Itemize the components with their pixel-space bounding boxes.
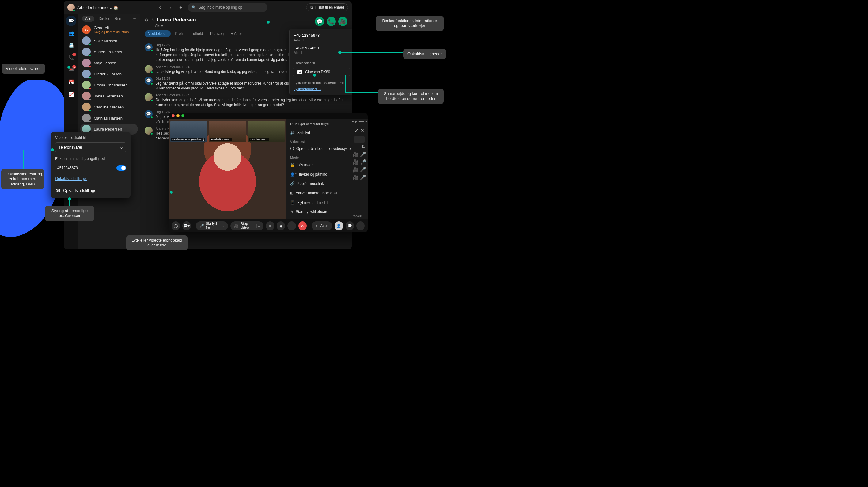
call-settings-link[interactable]: Opkaldsindstillinger <box>55 174 126 181</box>
apps-button[interactable]: ⊞ Apps <box>312 221 332 231</box>
rail-calendar-icon[interactable]: 📅 <box>66 77 76 87</box>
rail-calls-icon[interactable]: 📞1 <box>66 53 76 63</box>
tab-all[interactable]: Alle <box>82 16 94 22</box>
contact-item[interactable]: Sofie Nielsen <box>80 35 138 46</box>
contact-name: Anders Petersen <box>94 50 123 54</box>
contact-avatar <box>82 114 91 122</box>
speaker-icon: 🔊 <box>290 130 295 135</box>
message-time: 12.35 <box>161 110 170 114</box>
rail-contacts-icon[interactable]: 📇 <box>66 40 76 51</box>
work-number: +45-12345678 <box>294 33 349 38</box>
participant-thumb[interactable]: Mødelokale 24 (medvært) <box>170 121 207 142</box>
window-minimize-icon[interactable] <box>177 114 180 117</box>
cc-button[interactable]: 💬▾ <box>182 221 191 231</box>
channel-item[interactable]: G Generelt Salg og kommunikation <box>80 24 138 35</box>
rail-analytics-icon[interactable]: 📈 <box>66 89 76 100</box>
contact-item[interactable]: Maja Jensen <box>80 57 138 68</box>
monitor-icon: 🖥 <box>297 70 302 74</box>
search-input[interactable]: 🔍 Søg, hold møde og ring op <box>188 3 268 12</box>
presence-icon <box>73 9 75 12</box>
rs-search-input[interactable] <box>354 136 365 143</box>
gear-icon[interactable]: ⚙ <box>145 18 148 22</box>
audio-prefs-link[interactable]: Lydpræferencer ... <box>289 86 352 93</box>
presence-icon <box>89 98 91 101</box>
share-button[interactable]: ⬆ <box>266 221 274 231</box>
call-work-number[interactable]: +45-12345678 Arbejde <box>289 31 352 44</box>
phone-settings-icon: ☎ <box>56 188 61 193</box>
self-message-icon: 💬 <box>145 43 153 51</box>
caret-down-icon[interactable]: ⌵ <box>221 224 224 228</box>
mic-on-icon[interactable]: 🎤 <box>360 159 366 165</box>
tab-rooms[interactable]: Rum <box>115 17 122 21</box>
forward-target-select[interactable]: Telefonsvarer ⌵ <box>55 142 126 152</box>
conversation-name: Laura Pedersen <box>157 17 196 23</box>
sort-icon[interactable]: ⇅ <box>361 144 365 150</box>
message-time: 12.35 <box>161 43 170 47</box>
nav-forward-icon[interactable]: › <box>167 5 174 10</box>
presence-icon <box>89 54 91 57</box>
more-button[interactable]: ⋯ <box>287 221 296 231</box>
contact-name: Laura Pedersen <box>94 127 122 131</box>
participant-thumb[interactable]: Frederik Larsen <box>209 121 246 142</box>
video-icon[interactable]: 🎥 <box>353 151 359 157</box>
participant-thumb[interactable]: Caroline Ma… <box>248 121 285 142</box>
connect-vs-label: Opret forbindelse til et videosystem <box>296 147 353 151</box>
caret-down-icon[interactable]: ⌵ <box>256 224 260 228</box>
callout-fwdsnr: Opkaldsviderestilling, enkelt nummer-adg… <box>1 169 44 189</box>
contact-item[interactable]: Emma Christensen <box>80 80 138 90</box>
popout-icon[interactable]: ⤢ <box>354 127 359 133</box>
close-icon[interactable]: ✕ <box>360 127 364 133</box>
channel-name: Generelt <box>94 26 129 30</box>
mute-button[interactable]: 🎤 Slå lyd fra ⌵ <box>196 221 228 231</box>
leave-button[interactable]: ✕ <box>299 221 307 231</box>
contact-item[interactable]: Caroline Madsen <box>80 101 138 113</box>
tab-apps[interactable]: + Apps <box>228 30 245 37</box>
contact-item[interactable]: Frederik Larsen <box>80 68 138 80</box>
call-settings-footer[interactable]: ☎ Opkaldsindstillinger <box>55 186 126 194</box>
conversation-header: ⚙ ☆ Laura Pedersen Aktiv 💬 📞 🎥 <box>140 14 352 28</box>
tab-schedule[interactable]: Planlæg <box>207 30 227 37</box>
contact-item[interactable]: Anders Petersen <box>80 46 138 57</box>
rs-foot-label: for alle <box>353 215 362 218</box>
callout-visual-vm: Visuel telefonsvarer <box>2 64 45 73</box>
video-icon[interactable]: 🎥 <box>353 174 359 180</box>
record-button[interactable]: ◉ <box>277 221 285 231</box>
contact-item[interactable]: Mathias Hansen <box>80 113 138 123</box>
snr-toggle[interactable] <box>117 165 126 171</box>
mic-off-icon[interactable]: 🎤 <box>360 167 366 173</box>
connect-device-button[interactable]: ⧉ Tilslut til en enhed <box>306 3 348 11</box>
contact-item[interactable]: Jonas Sørensen <box>80 90 138 101</box>
mic-on-icon[interactable]: 🎤 <box>360 151 366 157</box>
filter-icon[interactable]: ≣ <box>133 17 136 21</box>
more-icon[interactable]: ⋯ <box>363 215 365 218</box>
breakout-icon: ⊞ <box>290 191 293 195</box>
call-action-icon[interactable]: 📞 <box>327 17 336 26</box>
window-zoom-icon[interactable] <box>181 114 184 117</box>
more-options-button[interactable]: ⋯ <box>356 221 365 231</box>
nav-back-icon[interactable]: ‹ <box>157 5 163 10</box>
tab-profile[interactable]: Profil <box>172 30 186 37</box>
tab-direct[interactable]: Direkte <box>99 17 110 21</box>
chat-button[interactable]: 💬 <box>346 221 354 231</box>
tab-messages[interactable]: Meddelelser <box>145 30 170 37</box>
call-mobile-number[interactable]: +45-87654321 Mobil <box>289 44 352 56</box>
message-action-icon[interactable]: 💬 <box>315 17 324 26</box>
window-close-icon[interactable] <box>172 114 175 117</box>
rail-teams-icon[interactable]: 👥 <box>66 28 76 38</box>
star-icon[interactable]: ☆ <box>151 18 154 22</box>
nav-plus-icon[interactable]: ＋ <box>177 4 184 11</box>
stop-video-button[interactable]: 🎥 Stop video ⌵ <box>230 221 264 231</box>
video-icon[interactable]: 🎥 <box>353 167 359 173</box>
presence-icon <box>89 43 91 45</box>
participants-button[interactable]: 👤 <box>335 221 343 231</box>
tab-content[interactable]: Indhold <box>188 30 206 37</box>
user-status[interactable]: Arbejder hjemmefra 🏠 <box>67 4 118 11</box>
self-view-button[interactable]: ◯ <box>172 221 180 231</box>
video-icon[interactable]: 🎥 <box>353 159 359 165</box>
thumb-label: Caroline Ma… <box>249 138 269 141</box>
invite-label: Inviter og påmind <box>299 172 327 177</box>
mic-off-icon[interactable]: 🎤 <box>360 174 366 180</box>
video-action-icon[interactable]: 🎥 <box>338 17 347 26</box>
rail-messaging-icon[interactable]: 💬 <box>66 16 76 26</box>
calls-badge: 1 <box>72 53 76 56</box>
